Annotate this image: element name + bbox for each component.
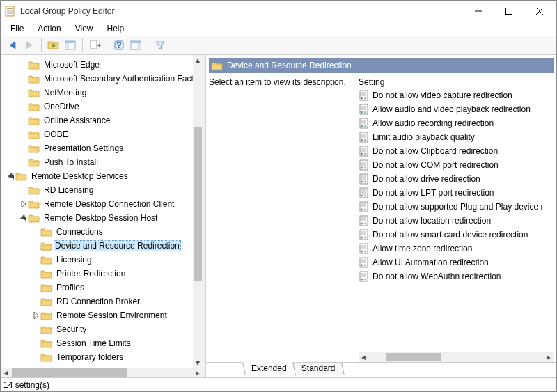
- scroll-thumb-h[interactable]: [12, 368, 127, 377]
- tree-vertical-scrollbar[interactable]: ▴ ▾: [193, 55, 203, 368]
- minimize-button[interactable]: [463, 1, 494, 21]
- folder-icon: [29, 88, 40, 97]
- tree-item[interactable]: Online Assistance: [2, 113, 191, 127]
- setting-item[interactable]: Do not allow Clipboard redirection: [359, 144, 554, 158]
- help-button[interactable]: ?: [111, 38, 127, 53]
- twisty-closed-icon[interactable]: [31, 311, 41, 320]
- setting-item[interactable]: Allow audio recording redirection: [359, 116, 554, 130]
- back-button[interactable]: [5, 38, 20, 53]
- twisty-none: [31, 227, 41, 237]
- tree-item[interactable]: OOBE: [2, 127, 191, 141]
- title-bar: Local Group Policy Editor: [1, 1, 556, 22]
- setting-item[interactable]: Do not allow location redirection: [359, 214, 554, 228]
- action-pane-button[interactable]: [128, 38, 143, 53]
- menu-help[interactable]: Help: [100, 22, 132, 35]
- close-button[interactable]: [524, 1, 555, 21]
- settings-list[interactable]: Do not allow video capture redirectionAl…: [359, 88, 554, 283]
- policy-icon: [359, 187, 370, 198]
- tree-item-label: Online Assistance: [42, 115, 111, 126]
- folder-icon: [29, 199, 40, 209]
- policy-icon: [359, 229, 370, 240]
- tree-item[interactable]: Microsoft Secondary Authentication Fact: [2, 72, 191, 86]
- tree-item[interactable]: Remote Desktop Connection Client: [2, 197, 191, 211]
- category-title: Device and Resource Redirection: [227, 61, 352, 70]
- tree-item[interactable]: Licensing: [2, 253, 191, 267]
- setting-item[interactable]: Do not allow LPT port redirection: [359, 186, 554, 200]
- twisty-none: [19, 143, 29, 153]
- twisty-none: [31, 241, 41, 251]
- tree-item[interactable]: OneDrive: [2, 100, 191, 113]
- tree-item[interactable]: RD Connection Broker: [2, 295, 191, 308]
- setting-item[interactable]: Do not allow smart card device redirecti…: [359, 228, 554, 242]
- folder-icon: [29, 157, 40, 167]
- twisty-none: [31, 297, 41, 306]
- maximize-button[interactable]: [494, 1, 524, 21]
- menu-action[interactable]: Action: [31, 22, 68, 35]
- scroll-right-icon[interactable]: ▸: [193, 368, 203, 377]
- tree-item[interactable]: Remote Desktop Session Host: [2, 211, 191, 225]
- scroll-thumb-h[interactable]: [386, 353, 441, 361]
- setting-item[interactable]: Allow UI Automation redirection: [359, 256, 554, 269]
- view-tabs: Extended Standard: [206, 362, 556, 377]
- tab-extended[interactable]: Extended: [242, 362, 296, 375]
- up-button[interactable]: [46, 38, 61, 53]
- setting-item[interactable]: Do not allow drive redirection: [359, 172, 554, 186]
- twisty-none: [31, 283, 41, 292]
- twisty-none: [31, 338, 41, 348]
- menu-file[interactable]: File: [3, 22, 31, 35]
- folder-icon: [29, 102, 40, 111]
- twisty-open-icon[interactable]: [19, 213, 29, 223]
- tree-item-label: Remote Desktop Session Host: [42, 212, 159, 224]
- tree-item[interactable]: Microsoft Edge: [2, 58, 191, 72]
- twisty-none: [19, 102, 29, 111]
- export-button[interactable]: [87, 38, 102, 53]
- scroll-up-icon[interactable]: ▴: [193, 55, 203, 65]
- toolbar: ?: [1, 36, 556, 55]
- tree-item[interactable]: Remote Desktop Services: [2, 169, 191, 183]
- tab-standard[interactable]: Standard: [292, 363, 345, 375]
- tree-item[interactable]: Printer Redirection: [2, 267, 191, 281]
- policy-icon: [359, 159, 370, 171]
- twisty-open-icon[interactable]: [6, 171, 16, 181]
- tree-item[interactable]: Profiles: [2, 281, 191, 295]
- svg-rect-23: [137, 43, 141, 49]
- setting-item[interactable]: Allow time zone redirection: [359, 242, 554, 256]
- scroll-left-icon[interactable]: ◂: [1, 368, 10, 377]
- setting-item[interactable]: Do not allow video capture redirection: [359, 88, 554, 102]
- tree-item-label: RD Licensing: [42, 185, 95, 196]
- tree-item[interactable]: NetMeeting: [2, 86, 191, 100]
- setting-item[interactable]: Do not allow supported Plug and Play dev…: [359, 200, 554, 214]
- tree-item-label: Microsoft Secondary Authentication Fact: [42, 73, 195, 84]
- forward-button[interactable]: [22, 38, 37, 53]
- tree-item[interactable]: Temporary folders: [2, 350, 191, 364]
- menu-view[interactable]: View: [68, 22, 100, 35]
- tree[interactable]: Microsoft EdgeMicrosoft Secondary Authen…: [1, 55, 193, 366]
- settings-header[interactable]: Setting: [359, 77, 554, 88]
- filter-button[interactable]: [152, 38, 168, 53]
- svg-rect-12: [506, 8, 512, 15]
- scroll-right-icon[interactable]: ▸: [544, 352, 554, 362]
- setting-item[interactable]: Do not allow WebAuthn redirection: [359, 269, 554, 283]
- tree-horizontal-scrollbar[interactable]: ◂ ▸: [1, 368, 203, 377]
- description-column: Select an item to view its description.: [209, 77, 352, 362]
- folder-icon: [41, 283, 52, 292]
- tree-item[interactable]: RD Licensing: [2, 183, 191, 197]
- tree-item[interactable]: Push To Install: [2, 155, 191, 169]
- tree-item[interactable]: Remote Session Environment: [2, 308, 191, 322]
- scroll-left-icon[interactable]: ◂: [359, 352, 368, 362]
- scroll-thumb[interactable]: [194, 127, 202, 281]
- setting-label: Do not allow supported Plug and Play dev…: [372, 202, 543, 212]
- setting-item[interactable]: Do not allow COM port redirection: [359, 158, 554, 172]
- settings-horizontal-scrollbar[interactable]: ◂ ▸: [359, 352, 554, 362]
- tree-item[interactable]: Presentation Settings: [2, 141, 191, 155]
- tree-item[interactable]: Session Time Limits: [2, 336, 191, 350]
- tree-item[interactable]: Device and Resource Redirection: [2, 239, 191, 253]
- tree-item[interactable]: Security: [2, 322, 191, 336]
- setting-item[interactable]: Allow audio and video playback redirecti…: [359, 102, 554, 116]
- scroll-down-icon[interactable]: ▾: [193, 358, 203, 368]
- setting-label: Do not allow video capture redirection: [372, 91, 512, 100]
- tree-item[interactable]: Connections: [2, 225, 191, 239]
- setting-item[interactable]: Limit audio playback quality: [359, 130, 554, 144]
- console-tree-button[interactable]: [63, 38, 78, 53]
- twisty-closed-icon[interactable]: [19, 199, 29, 209]
